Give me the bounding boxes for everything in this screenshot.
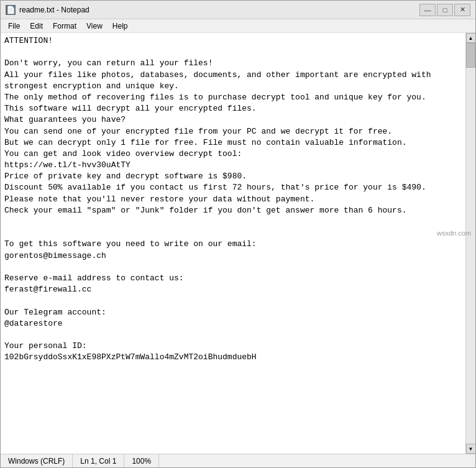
notepad-window: 📄 readme.txt - Notepad — □ ✕ File Edit F…: [0, 0, 476, 468]
status-bar: Windows (CRLF) Ln 1, Col 1 100% wsxdn.co…: [1, 454, 475, 467]
menu-help[interactable]: Help: [108, 21, 133, 32]
app-icon: 📄: [6, 5, 16, 15]
window-title: readme.txt - Notepad: [19, 6, 419, 14]
title-bar: 📄 readme.txt - Notepad — □ ✕: [1, 1, 475, 19]
menu-bar: File Edit Format View Help: [1, 19, 475, 33]
menu-format[interactable]: Format: [48, 21, 81, 32]
content-area: ATTENTION! Don't worry, you can return a…: [1, 33, 475, 454]
status-line-col: Ln 1, Col 1: [73, 454, 124, 467]
status-encoding: Windows (CRLF): [1, 454, 73, 467]
status-zoom: 100%: [124, 454, 159, 467]
text-editor[interactable]: ATTENTION! Don't worry, you can return a…: [1, 33, 465, 454]
menu-view[interactable]: View: [81, 21, 108, 32]
watermark: wsxdn.com: [429, 0, 474, 467]
menu-edit[interactable]: Edit: [25, 21, 48, 32]
menu-file[interactable]: File: [3, 21, 25, 32]
